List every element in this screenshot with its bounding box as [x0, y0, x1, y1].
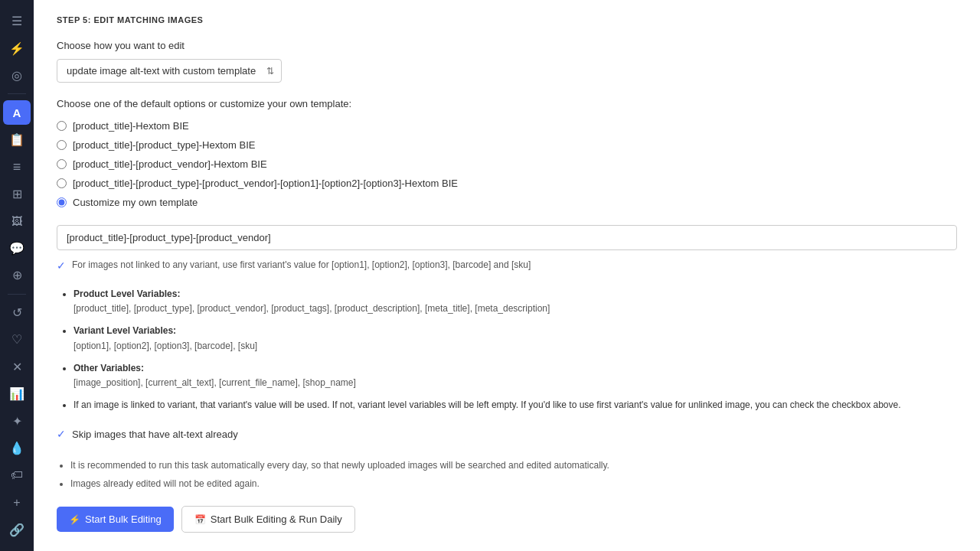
- radio-option-4[interactable]: Customize my own template: [57, 197, 957, 208]
- sidebar-item-star[interactable]: ✦: [3, 409, 31, 433]
- info-bullets: It is recommended to run this task autom…: [57, 458, 957, 491]
- sidebar-item-chat[interactable]: 💬: [3, 236, 31, 260]
- sidebar: ☰ ⚡ ◎ A 📋 ≡ ⊞ 🖼 💬 ⊕ ↺ ♡ ✕ 📊 ✦ 💧 🏷 + 🔗: [0, 0, 34, 551]
- actions-row: ⚡ Start Bulk Editing 📅 Start Bulk Editin…: [57, 506, 957, 533]
- lightning-btn-icon: ⚡: [69, 514, 80, 525]
- info-bullet-1: Images already edited will not be edited…: [70, 477, 957, 491]
- radio-3[interactable]: [57, 178, 67, 188]
- other-vars: Other Variables: [image_position], [curr…: [74, 361, 957, 390]
- sidebar-item-plus-circle[interactable]: ⊕: [3, 263, 31, 287]
- sidebar-item-image[interactable]: 🖼: [3, 209, 31, 233]
- sidebar-item-cross[interactable]: ✕: [3, 355, 31, 379]
- skip-label: Skip images that have alt-text already: [72, 429, 238, 440]
- sidebar-item-a[interactable]: A: [3, 100, 31, 124]
- skip-check-icon: ✓: [57, 428, 66, 440]
- menu-icon[interactable]: ☰: [3, 9, 31, 33]
- radio-0[interactable]: [57, 121, 67, 131]
- sidebar-item-plus[interactable]: +: [3, 491, 31, 514]
- page-title: STEP 5: EDIT MATCHING IMAGES: [57, 15, 957, 24]
- sidebar-item-drop[interactable]: 💧: [3, 436, 31, 460]
- radio-option-3[interactable]: [product_title]-[product_type]-[product_…: [57, 178, 957, 189]
- sidebar-divider-2: [8, 294, 26, 295]
- template-label: Choose one of the default options or cus…: [57, 98, 957, 109]
- first-variant-label: For images not linked to any variant, us…: [72, 259, 531, 270]
- choose-label: Choose how you want to edit: [57, 40, 957, 51]
- sidebar-item-grid[interactable]: ⊞: [3, 182, 31, 206]
- product-level-vars: Product Level Variables: [product_title]…: [74, 287, 957, 316]
- main-content: STEP 5: EDIT MATCHING IMAGES Choose how …: [34, 0, 980, 551]
- radio-4[interactable]: [57, 197, 67, 207]
- custom-template-input[interactable]: [57, 225, 957, 250]
- skip-row: ✓ Skip images that have alt-text already: [57, 428, 957, 440]
- sidebar-item-chart[interactable]: 📊: [3, 382, 31, 406]
- sidebar-divider: [8, 93, 26, 94]
- edit-type-select[interactable]: update image alt-text with custom templa…: [57, 59, 282, 83]
- sidebar-item-link[interactable]: 🔗: [3, 517, 31, 541]
- start-bulk-editing-run-daily-button[interactable]: 📅 Start Bulk Editing & Run Daily: [181, 506, 355, 533]
- lightning-icon[interactable]: ⚡: [3, 36, 31, 60]
- radio-2[interactable]: [57, 159, 67, 169]
- sidebar-item-tag[interactable]: 🏷: [3, 464, 31, 487]
- first-variant-row: ✓ For images not linked to any variant, …: [57, 259, 957, 272]
- radio-option-0[interactable]: [product_title]-Hextom BIE: [57, 120, 957, 132]
- sidebar-item-doc[interactable]: 📋: [3, 128, 31, 152]
- sidebar-item-list[interactable]: ≡: [3, 155, 31, 178]
- variables-note: If an image is linked to variant, that v…: [74, 398, 957, 412]
- radio-1[interactable]: [57, 140, 67, 150]
- template-options: [product_title]-Hextom BIE [product_titl…: [57, 120, 957, 208]
- run-daily-label: Start Bulk Editing & Run Daily: [211, 514, 342, 525]
- info-bullet-0: It is recommended to run this task autom…: [70, 458, 957, 472]
- calendar-btn-icon: 📅: [194, 514, 206, 525]
- variables-list: Product Level Variables: [product_title]…: [60, 287, 957, 412]
- radio-option-1[interactable]: [product_title]-[product_type]-Hextom BI…: [57, 139, 957, 151]
- first-variant-check-icon: ✓: [57, 259, 66, 272]
- sidebar-item-refresh[interactable]: ↺: [3, 301, 31, 324]
- sidebar-item-heart[interactable]: ♡: [3, 328, 31, 351]
- start-bulk-editing-button[interactable]: ⚡ Start Bulk Editing: [57, 507, 174, 532]
- variant-level-vars: Variant Level Variables: [option1], [opt…: [74, 324, 957, 353]
- start-bulk-editing-label: Start Bulk Editing: [85, 514, 162, 525]
- edit-type-select-wrapper: update image alt-text with custom templa…: [57, 59, 282, 83]
- radio-option-2[interactable]: [product_title]-[product_vendor]-Hextom …: [57, 158, 957, 170]
- search-icon[interactable]: ◎: [3, 64, 31, 87]
- variables-section: Product Level Variables: [product_title]…: [57, 287, 957, 412]
